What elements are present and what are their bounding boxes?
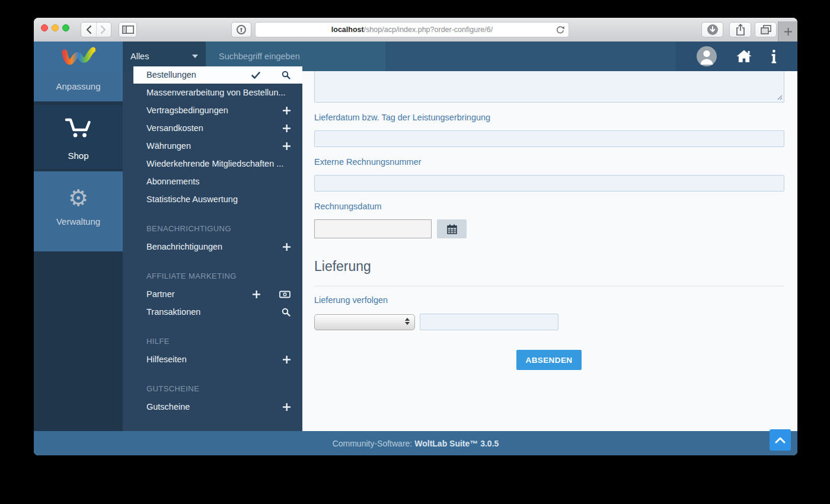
calendar-icon bbox=[447, 224, 457, 234]
rechnungsdatum-label: Rechnungsdatum bbox=[314, 202, 382, 211]
select-stepper-icon bbox=[405, 318, 410, 325]
chevron-left-icon bbox=[86, 25, 91, 34]
externe-rechnungsnummer-input[interactable] bbox=[314, 175, 784, 192]
plus-icon[interactable] bbox=[283, 101, 290, 119]
section-divider bbox=[314, 286, 784, 286]
menu-item-partner[interactable]: Partner bbox=[123, 285, 302, 303]
user-avatar[interactable] bbox=[697, 46, 717, 66]
absenden-button[interactable]: ABSENDEN bbox=[516, 350, 582, 370]
search-scope-label: Alles bbox=[130, 52, 149, 61]
menu-item-waehrungen[interactable]: Währungen bbox=[123, 137, 302, 155]
plus-icon[interactable] bbox=[283, 350, 290, 368]
download-icon bbox=[707, 24, 719, 36]
sidebar-toggle-button[interactable] bbox=[119, 22, 137, 37]
footer-product: WoltLab Suite™ 3.0.5 bbox=[414, 439, 499, 448]
footer-prefix: Community-Software: bbox=[333, 439, 413, 448]
lieferdatum-label: Lieferdatum bzw. Tag der Leistungserbrin… bbox=[314, 113, 490, 122]
menu-item-label: Abonnements bbox=[146, 177, 199, 186]
url-host: localhost bbox=[331, 25, 364, 34]
sidebar-item-shop[interactable]: Shop bbox=[34, 105, 123, 169]
header-user-area bbox=[676, 42, 797, 71]
menu-section-hilfe: HILFE bbox=[123, 333, 302, 350]
plus-icon[interactable] bbox=[253, 285, 260, 303]
menu-item-label: Gutscheine bbox=[146, 402, 190, 412]
sidebar-item-label: Anpassung bbox=[56, 81, 100, 91]
info-button[interactable] bbox=[771, 50, 777, 63]
menu-item-label: Transaktionen bbox=[146, 307, 200, 317]
order-configure-form: Lieferdatum bzw. Tag der Leistungserbrin… bbox=[302, 71, 797, 431]
sidebar-item-label: Verwaltung bbox=[34, 216, 123, 227]
resize-handle-icon[interactable] bbox=[777, 94, 783, 100]
money-icon[interactable] bbox=[279, 285, 290, 303]
plus-icon[interactable] bbox=[283, 398, 290, 416]
address-bar[interactable]: localhost/shop/acp/index.php?order-confi… bbox=[255, 22, 569, 37]
minimize-window-button[interactable] bbox=[52, 24, 59, 31]
plus-icon bbox=[784, 28, 792, 36]
lieferdatum-input[interactable] bbox=[314, 130, 784, 147]
menu-item-transaktionen[interactable]: Transaktionen bbox=[123, 303, 302, 321]
sidebar-item-anpassung[interactable]: Anpassung bbox=[34, 71, 123, 101]
search-icon[interactable] bbox=[282, 303, 290, 321]
tabs-icon bbox=[761, 25, 771, 34]
menu-item-hilfeseiten[interactable]: Hilfeseiten bbox=[123, 350, 302, 368]
plus-icon[interactable] bbox=[283, 119, 290, 137]
share-button[interactable] bbox=[729, 22, 751, 37]
acp-main-sidebar: Anpassung Shop ⚙ Verwaltung bbox=[34, 71, 123, 431]
menu-item-benachrichtigungen[interactable]: Benachrichtigungen bbox=[123, 238, 302, 256]
plus-icon[interactable] bbox=[283, 238, 290, 256]
menu-item-label: Partner bbox=[146, 289, 175, 299]
search-input[interactable] bbox=[218, 51, 374, 62]
notes-textarea[interactable] bbox=[314, 71, 784, 103]
rechnungsdatum-input[interactable] bbox=[314, 219, 432, 238]
tracking-number-input[interactable] bbox=[420, 314, 558, 330]
menu-section-benachrichtigung: BENACHRICHTIGUNG bbox=[123, 220, 302, 238]
date-picker-button[interactable] bbox=[437, 219, 467, 238]
tracking-provider-select[interactable] bbox=[314, 314, 415, 330]
externe-rechnungsnummer-label: Externe Rechnungsnummer bbox=[314, 157, 422, 167]
back-button[interactable] bbox=[81, 23, 96, 37]
nav-button-group bbox=[81, 22, 111, 37]
new-tab-button[interactable] bbox=[778, 21, 797, 42]
info-icon bbox=[771, 50, 777, 63]
tab-overview-button[interactable] bbox=[755, 22, 777, 37]
menu-item-vertragsbedingungen[interactable]: Vertragsbedingungen bbox=[123, 101, 302, 119]
menu-item-label: Statistische Auswertung bbox=[146, 194, 238, 204]
acp-footer: Community-Software:WoltLab Suite™ 3.0.5 bbox=[34, 431, 797, 455]
menu-item-massenverarbeitung[interactable]: Massenverarbeitung von Bestellun... bbox=[123, 84, 302, 101]
downloads-button[interactable] bbox=[701, 22, 723, 37]
shop-submenu: Bestellungen Massenverarbeitung von Best… bbox=[123, 71, 302, 431]
menu-item-versandkosten[interactable]: Versandkosten bbox=[123, 119, 302, 137]
reload-button[interactable] bbox=[556, 25, 564, 36]
close-window-button[interactable] bbox=[41, 24, 48, 31]
browser-toolbar: localhost/shop/acp/index.php?order-confi… bbox=[34, 18, 797, 42]
menu-item-wiederkehrende-mitgliedschaften[interactable]: Wiederkehrende Mitgliedschaften ... bbox=[123, 155, 302, 173]
plus-icon[interactable] bbox=[283, 137, 290, 155]
menu-item-label: Währungen bbox=[146, 141, 191, 151]
menu-section-gutscheine: GUTSCHEINE bbox=[123, 380, 302, 398]
zoom-window-button[interactable] bbox=[62, 24, 69, 31]
menu-item-statistische-auswertung[interactable]: Statistische Auswertung bbox=[123, 190, 302, 208]
share-icon bbox=[736, 24, 745, 36]
woltlab-logo[interactable] bbox=[34, 42, 123, 71]
section-heading-lieferung: Lieferung bbox=[314, 259, 371, 275]
menu-item-label: Wiederkehrende Mitgliedschaften ... bbox=[146, 159, 283, 168]
menu-item-abonnements[interactable]: Abonnements bbox=[123, 173, 302, 190]
woltlab-w-icon bbox=[61, 44, 95, 68]
menu-section-affiliate-marketing: AFFILIATE MARKETING bbox=[123, 267, 302, 285]
lieferung-verfolgen-label: Lieferung verfolgen bbox=[314, 295, 388, 305]
menu-item-gutscheine[interactable]: Gutscheine bbox=[123, 398, 302, 416]
menu-item-bestellungen[interactable]: Bestellungen bbox=[133, 66, 302, 84]
search-icon[interactable] bbox=[282, 66, 290, 84]
browser-window: localhost/shop/acp/index.php?order-confi… bbox=[34, 18, 797, 455]
chevron-right-icon bbox=[101, 25, 106, 34]
gear-icon: ⚙ bbox=[34, 187, 123, 209]
check-icon[interactable] bbox=[251, 66, 260, 84]
scroll-to-top-button[interactable] bbox=[770, 429, 791, 451]
frontend-home-button[interactable] bbox=[736, 50, 752, 63]
keyhole-icon bbox=[236, 24, 247, 35]
forward-button[interactable] bbox=[96, 23, 111, 37]
sidebar-item-verwaltung[interactable]: ⚙ Verwaltung bbox=[34, 171, 123, 251]
password-extension-button[interactable] bbox=[231, 22, 251, 37]
reload-icon bbox=[556, 25, 564, 34]
footer-text: Community-Software:WoltLab Suite™ 3.0.5 bbox=[333, 439, 499, 448]
